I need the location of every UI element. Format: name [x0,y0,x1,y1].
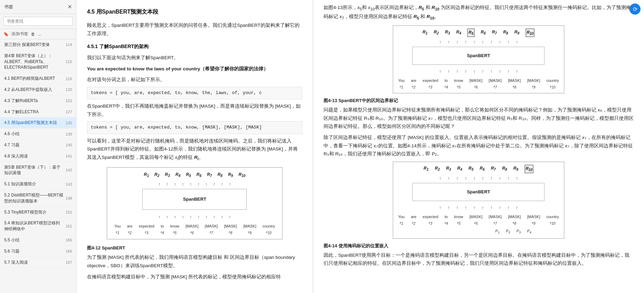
r5-label: R5 [186,171,191,179]
explain-para: 可以看到，这里不是对标记进行随机掩码，而是随机地对连续区间掩码。之后，我们将标记… [87,137,302,163]
sidebar-item-text: 4.6 小结 [4,131,64,137]
d3-r2: R2 [435,165,440,173]
bookmark-icon: 🔖 [3,32,9,37]
sidebar-item-text: 第5章 BERT变体（下）：基于知识蒸馏 [4,164,64,176]
sync-button[interactable]: ⟳ [629,3,641,15]
sidebar-title: 书签 [4,4,13,10]
sidebar-item-page: 142 [66,168,72,172]
close-icon[interactable]: ✕ [67,3,72,10]
sync-icon: ⟳ [633,6,637,13]
sidebar-item-item17[interactable]: 5.6 习题166 [0,246,76,257]
problem-text: 问题是，如果模型只使用区间边界标记特征来预测所有掩码标记，那么它将如何区分不同的… [324,106,634,131]
tokens2-code: tokens = [ you, are, expected, to, know,… [87,121,302,134]
sidebar-item-page: 167 [66,260,72,264]
diagram1-r-row: R1 R2 R3 R4 R5 R6 R7 R8 R9 R10 [114,171,275,179]
sidebar-item-page: 148 [66,196,72,200]
diagram2-r-row: R1 R2 R3 R4 R5 R6 R7 R8 R9 R10 [398,29,559,37]
d3-r7: R7 [491,165,496,173]
search-input[interactable] [3,17,73,26]
d3-r8: R8 [502,165,507,173]
sidebar-item-page: 166 [66,249,72,253]
r9-label: R9 [228,171,233,179]
d3-r10: R10 [525,165,534,173]
sidebar-item-page: 140 [66,143,72,147]
sidebar-item-item2[interactable]: 第4章 BERT变体（上）：ALBERT、RoBERTa、ELECTRA和Spa… [0,51,76,73]
sidebar-item-item13[interactable]: 5.2 DistilBERT模型——BERT模型的知识蒸馏版本148 [0,190,76,207]
sidebar-item-text: 5.4 将知识从BERT模型迁移到神经网络中 [4,220,64,232]
example-intro: 我们以下面这句话为例来了解SpanBERT。 [87,54,302,62]
right-panel: 如图4-13所示，x5和 x10表示区间边界标记，R5 和 R10 为区间边界标… [313,0,644,293]
sidebar-item-text: 5.1 知识蒸馏简介 [4,181,64,187]
sidebar-item-item6[interactable]: 4.4 了解ELECTRA127 [0,107,76,118]
sidebar-item-item16[interactable]: 5.5 小结165 [0,235,76,246]
sidebar-item-item7[interactable]: 4.5 用SpanBERT预测文本段135 [0,117,76,129]
sidebar-item-text: 4.1 BERT的精简版ALBERT [4,76,64,82]
more-button[interactable]: ... [38,32,41,37]
p2-label: P2 [506,228,510,236]
sidebar-item-page: 165 [66,238,72,242]
d2-r1: R1 [423,29,428,37]
delete-icon[interactable]: 🗑 [31,32,35,37]
diagram1-tokens: Youx1 arex2 expectedx3 tox4 knowx5 [MASK… [114,223,275,236]
sidebar-item-text: 4.3 了解RoBERTa [4,98,64,104]
diagram1-box: R1 R2 R3 R4 R5 R6 R7 R8 R9 R10 ↑↑↑↑↑↑↑↑↑… [107,167,282,239]
model2-label: SpanBERT [412,47,544,65]
sidebar-item-item15[interactable]: 5.4 将知识从BERT模型迁移到神经网络中161 [0,218,76,235]
d3-r4: R4 [457,165,462,173]
arrows1: ↑↑↑↑↑↑↑↑↑↑ [114,180,275,188]
spanbert-intro: 在SpanBERT中，我们不再随机地掩盖标记并替换为 [MASK]，而是将连续标… [87,102,302,118]
diagram3-container: R1 R2 R3 R4 R5 R6 R7 R8 R9 R10 ↑↑↑↑↑↑↑↑↑… [324,162,634,239]
sidebar-item-item12[interactable]: 5.1 知识蒸馏简介143 [0,179,76,190]
sidebar-item-page: 116 [66,77,72,81]
d3-r9: R9 [513,165,518,173]
sidebar-item-page: 114 [66,43,72,47]
diagram2-box: R1 R2 R3 R4 R5 R6 R7 R8 R9 R10 ↑↑↑↑↑↑↑↑↑… [393,25,564,93]
d3-r1: R1 [424,165,429,173]
add-bookmark-label[interactable]: 添加书签 [11,31,28,37]
search-box [0,14,76,29]
p1-label: P1 [495,228,500,236]
sidebar-item-item5[interactable]: 4.3 了解RoBERTa122 [0,95,76,107]
sidebar-item-page: 139 [66,132,72,136]
sidebar: 书签 ✕ 🔖 添加书签 🗑 ... 第三部分 探索BERT变体114第4章 BE… [0,0,77,293]
sidebar-item-item4[interactable]: 4.2 从ALBERT中提取嵌入120 [0,84,76,95]
sidebar-item-page: 141 [66,154,72,158]
fig2-caption: 图4-13 SpanBERT中的区间边界标记 [324,97,634,105]
sidebar-item-page: 120 [66,87,72,92]
main-area: 4.5 用SpanBERT预测文本段 顾名思义，SpanBERT主要用于预测文本… [77,0,644,293]
sidebar-item-page: 161 [66,224,72,228]
sidebar-item-item8[interactable]: 4.6 小结139 [0,129,76,140]
sidebar-item-text: 4.5 用SpanBERT预测文本段 [4,120,64,126]
sidebar-item-text: 5.3 TinyBERT模型简介 [4,209,64,215]
d2-arrows: ↑↑↑↑↑↑↑↑↑↑ [398,38,559,46]
sidebar-item-item18[interactable]: 5.7 深入阅读167 [0,257,76,268]
tokens1-code: tokens = [ you, are, expected, to, know,… [87,87,302,99]
sidebar-item-item11[interactable]: 第5章 BERT变体（下）：基于知识蒸馏142 [0,162,76,179]
sidebar-header: 书签 ✕ [0,0,76,14]
mlm-intro: 在掩码语言模型构建目标中，为了预测 [MASK] 所代表的标记，模型使用掩码标记… [87,273,302,281]
sidebar-item-item14[interactable]: 5.3 TinyBERT模型简介152 [0,207,76,218]
d3-r6: R6 [480,165,485,173]
subsection-title: 4.5.1 了解SpanBERT的架构 [87,43,302,51]
r2-label: R2 [154,171,159,179]
sidebar-item-text: 5.7 深入阅读 [4,260,64,265]
sidebar-item-page: 143 [66,182,72,186]
sidebar-item-item10[interactable]: 4.8 深入阅读141 [0,151,76,162]
diagram1-container: R1 R2 R3 R4 R5 R6 R7 R8 R9 R10 ↑↑↑↑↑↑↑↑↑… [87,167,302,239]
diagram2-tokens: Youx1 arex2 expectedx3 tox4 knowx5 [MASK… [398,77,559,90]
sidebar-item-item1[interactable]: 第三部分 探索BERT变体114 [0,39,76,51]
d2-arrows-down: ↑↑↑↑↑↑↑↑↑↑ [398,68,559,75]
d2-r3: R3 [445,29,450,37]
sidebar-item-page: 152 [66,210,72,214]
d3-r5: R5 [468,165,473,173]
r6-label: R6 [197,171,201,179]
sidebar-item-item9[interactable]: 4.7 习题140 [0,140,76,151]
sidebar-toolbar: 🔖 添加书签 🗑 ... [0,29,76,39]
sidebar-item-item3[interactable]: 4.1 BERT的精简版ALBERT116 [0,73,76,84]
sidebar-item-text: 4.2 从ALBERT中提取嵌入 [4,87,64,93]
r7-label: R7 [207,171,212,179]
position-text: 除了区间边界标记特征，模型还使用了 [MASK] 的位置嵌入。位置嵌入表示掩码标… [324,133,634,158]
d2-r4: R4 [456,29,461,37]
diagram3-box: R1 R2 R3 R4 R5 R6 R7 R8 R9 R10 ↑↑↑↑↑↑↑↑↑… [393,162,564,239]
sidebar-item-text: 5.5 小结 [4,237,64,243]
